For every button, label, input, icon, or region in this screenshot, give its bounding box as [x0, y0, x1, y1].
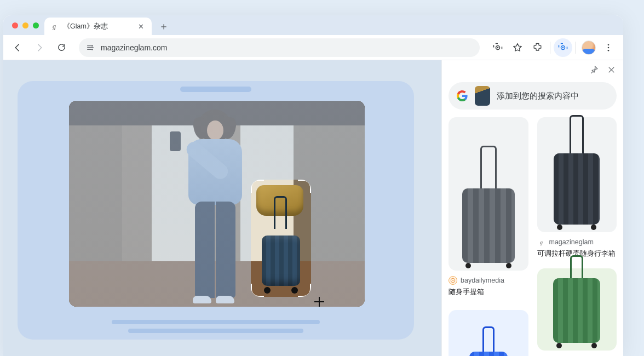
url-text: magazineglam.com — [101, 43, 167, 52]
lens-search-icon[interactable] — [488, 38, 507, 57]
lens-search-chip[interactable]: 添加到您的搜索内容中 — [449, 82, 617, 110]
svg-point-8 — [608, 44, 610, 45]
skeleton-line — [128, 329, 303, 333]
page-viewport — [3, 60, 441, 356]
hero-suitcase — [262, 228, 300, 294]
reload-button[interactable] — [53, 39, 70, 56]
minimize-window[interactable] — [22, 22, 28, 28]
source-favicon: g — [537, 238, 546, 246]
svg-point-0 — [91, 45, 93, 47]
profile-avatar[interactable] — [579, 38, 598, 57]
separator — [576, 42, 576, 54]
extensions-icon[interactable] — [528, 38, 547, 57]
tab-strip: g 《Glam》杂志 ✕ ＋ — [3, 15, 623, 35]
tab-favicon: g — [50, 22, 59, 31]
site-settings-icon[interactable] — [85, 43, 95, 53]
svg-point-4 — [497, 47, 499, 48]
svg-point-10 — [608, 49, 610, 51]
svg-point-7 — [562, 47, 564, 48]
result-card[interactable] — [537, 268, 617, 351]
search-thumbnail — [475, 86, 490, 106]
new-tab-button[interactable]: ＋ — [156, 19, 171, 34]
page-card — [18, 81, 414, 340]
address-bar[interactable]: magazineglam.com — [79, 38, 480, 57]
window-controls — [8, 15, 44, 35]
lens-side-panel: 添加到您的搜索内容中 baydailymedia 随身手提 — [441, 60, 623, 356]
separator — [550, 42, 550, 54]
result-source: baydailymedia — [461, 277, 504, 284]
svg-point-9 — [608, 47, 610, 48]
lens-panel-toggle-icon[interactable] — [554, 38, 572, 57]
tab-title: 《Glam》杂志 — [63, 22, 108, 31]
toolbar-actions — [488, 38, 618, 57]
close-panel-icon[interactable] — [607, 66, 616, 74]
crosshair-cursor — [314, 297, 324, 307]
skeleton-line — [180, 87, 251, 92]
close-window[interactable] — [12, 22, 18, 28]
tab-close[interactable]: ✕ — [136, 21, 146, 32]
maximize-window[interactable] — [33, 22, 39, 28]
lens-dim-overlay — [69, 101, 365, 307]
google-logo-icon — [456, 90, 468, 102]
result-card[interactable] — [449, 310, 528, 356]
hero-image[interactable] — [69, 101, 365, 307]
result-title: 随身手提箱 — [449, 287, 528, 297]
result-card[interactable]: baydailymedia 随身手提箱 — [449, 117, 528, 297]
back-button[interactable] — [9, 39, 26, 56]
bookmark-star-icon[interactable] — [508, 38, 527, 57]
toolbar: magazineglam.com — [3, 35, 623, 60]
source-favicon — [449, 276, 457, 285]
kebab-menu-icon[interactable] — [599, 38, 618, 57]
skeleton-line — [112, 320, 320, 324]
search-chip-text: 添加到您的搜索内容中 — [497, 91, 579, 101]
result-source: magazineglam — [549, 238, 594, 246]
browser-tab[interactable]: g 《Glam》杂志 ✕ — [44, 18, 152, 35]
forward-button[interactable] — [31, 39, 48, 56]
results-grid: baydailymedia 随身手提箱 g — [449, 117, 617, 356]
pin-panel-icon[interactable] — [590, 65, 599, 74]
result-card[interactable]: g magazineglam 可调拉杆硬壳随身行李箱 — [537, 117, 617, 259]
browser-window: g 《Glam》杂志 ✕ ＋ magazineglam.com — [3, 15, 623, 356]
svg-point-1 — [91, 49, 93, 50]
lens-selection[interactable] — [251, 180, 311, 297]
